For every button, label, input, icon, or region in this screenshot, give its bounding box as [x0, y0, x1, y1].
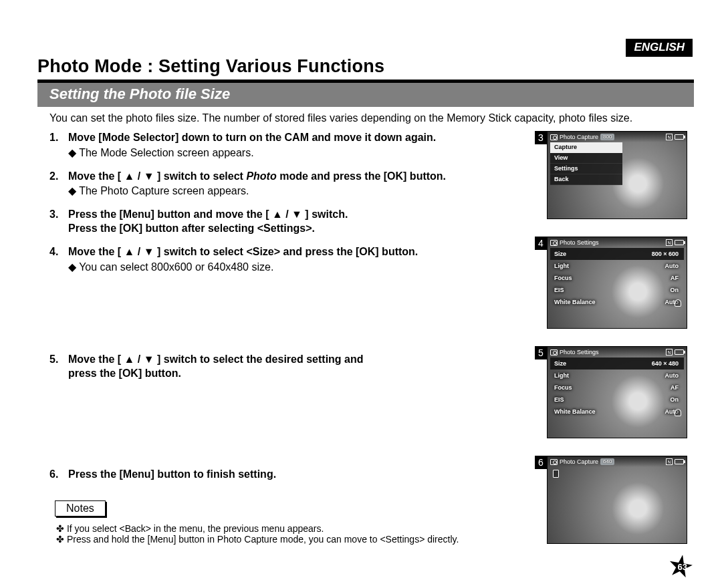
setting-light: LightAuto	[550, 260, 684, 272]
screen-title: Photo Settings	[560, 239, 599, 246]
figures-column: 3 Photo Capture 800 N Capture View S	[535, 131, 694, 561]
instructions-column: Move [Mode Selector] down to turn on the…	[37, 131, 531, 561]
notes-list: If you select <Back> in the menu, the pr…	[37, 523, 531, 545]
manual-page: ENGLISH Photo Mode : Setting Various Fun…	[0, 0, 722, 588]
step-text: Move the [ ▲ / ▼ ] switch to select the …	[68, 353, 364, 365]
size-badge: 800	[600, 134, 614, 140]
setting-size: Size800 × 600	[550, 248, 684, 260]
camera-icon	[550, 240, 558, 246]
step-4: Move the [ ▲ / ▼ ] switch to select <Siz…	[49, 245, 531, 275]
figure-number: 4	[535, 237, 547, 250]
page-number: 63	[678, 562, 687, 572]
note-item: Press and hold the [Menu] button in Phot…	[56, 534, 531, 545]
battery-icon	[675, 240, 684, 245]
figure-number: 6	[535, 456, 547, 469]
step-5: Move the [ ▲ / ▼ ] switch to select the …	[49, 353, 531, 381]
step-text: Move the [ ▲ / ▼ ] switch to select Phot…	[68, 170, 446, 182]
figure-number: 5	[535, 346, 547, 359]
screenshot-settings-800: Photo Settings N Size800 × 600 LightAuto…	[547, 237, 687, 329]
hand-icon	[675, 409, 681, 416]
figure-number: 3	[535, 131, 547, 144]
setting-focus: FocusAF	[550, 382, 684, 394]
step-text: Move [Mode Selector] down to turn on the…	[68, 132, 436, 143]
step-sub: The Photo Capture screen appears.	[68, 184, 531, 198]
section-heading: Setting the Photo file Size	[37, 82, 694, 107]
language-badge: ENGLISH	[626, 39, 693, 57]
settings-list: Size640 × 480 LightAuto FocusAF EISOn Wh…	[550, 357, 684, 418]
capture-menu: Capture View Settings Back	[550, 142, 684, 185]
setting-size: Size640 × 480	[550, 357, 684, 370]
camera-icon	[550, 134, 558, 140]
notes-heading: Notes	[55, 500, 106, 517]
battery-icon	[675, 459, 684, 464]
step-text: Move the [ ▲ / ▼ ] switch to select <Siz…	[68, 246, 418, 257]
menu-item-capture: Capture	[550, 142, 622, 153]
page-title: Photo Mode : Setting Various Functions	[37, 56, 694, 77]
camera-icon	[550, 459, 558, 465]
note-item: If you select <Back> in the menu, the pr…	[56, 523, 531, 534]
intro-text: You can set the photo files size. The nu…	[49, 112, 693, 124]
size-badge: 640	[600, 458, 614, 465]
step-2: Move the [ ▲ / ▼ ] switch to select Phot…	[49, 170, 531, 199]
setting-eis: EISOn	[550, 284, 684, 296]
card-icon: N	[666, 349, 673, 355]
step-text-2: Press the [OK] button after selecting <S…	[68, 223, 315, 234]
battery-icon	[675, 134, 684, 140]
screen-title: Photo Settings	[560, 349, 599, 355]
screenshot-photo-capture-menu: Photo Capture 800 N Capture View Setting…	[547, 131, 687, 219]
step-sub: The Mode Selection screen appears.	[68, 146, 531, 160]
setting-light: LightAuto	[550, 370, 684, 382]
step-text: Press the [Menu] button and move the [ ▲…	[68, 208, 348, 220]
card-icon: N	[666, 239, 673, 246]
screen-title: Photo Capture	[560, 134, 598, 140]
figure-3: 3 Photo Capture 800 N Capture View S	[535, 131, 694, 219]
card-icon: N	[666, 134, 673, 140]
screen-title: Photo Capture	[560, 458, 598, 465]
setting-eis: EISOn	[550, 394, 684, 406]
figure-6: 6 Photo Capture 640 N	[535, 456, 694, 544]
step-1: Move [Mode Selector] down to turn on the…	[49, 131, 531, 160]
step-sub: You can select 800x600 or 640x480 size.	[68, 261, 531, 275]
memory-stick-icon	[553, 470, 559, 478]
settings-list: Size800 × 600 LightAuto FocusAF EISOn Wh…	[550, 248, 684, 308]
camera-icon	[550, 349, 558, 355]
step-text: Press the [Menu] button to finish settin…	[68, 468, 276, 480]
step-3: Press the [Menu] button and move the [ ▲…	[49, 208, 531, 236]
figure-5: 5 Photo Settings N Size640 × 480 LightAu…	[535, 346, 694, 438]
step-text-2: press the [OK] button.	[68, 368, 181, 379]
setting-wb: White BalanceAuto	[550, 406, 684, 418]
setting-wb: White BalanceAuto	[550, 296, 684, 308]
figure-4: 4 Photo Settings N Size800 × 600 LightAu…	[535, 237, 694, 329]
screenshot-settings-640: Photo Settings N Size640 × 480 LightAuto…	[547, 346, 687, 438]
setting-focus: FocusAF	[550, 272, 684, 284]
step-6: Press the [Menu] button to finish settin…	[49, 468, 531, 482]
hand-icon	[675, 299, 681, 307]
card-icon: N	[666, 458, 673, 465]
menu-item-view: View	[550, 153, 622, 164]
screenshot-photo-capture-final: Photo Capture 640 N	[547, 456, 687, 544]
menu-item-settings: Settings	[550, 164, 622, 174]
menu-item-back: Back	[550, 174, 622, 185]
battery-icon	[675, 349, 684, 355]
